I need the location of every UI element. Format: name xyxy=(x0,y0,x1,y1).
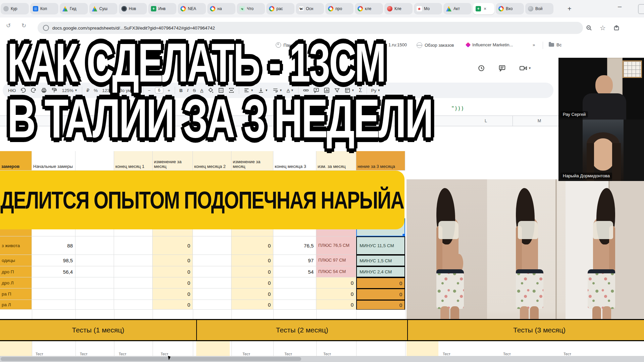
spreadsheet-cell[interactable]: 0 xyxy=(356,277,405,288)
spreadsheet-cell[interactable] xyxy=(114,300,153,310)
browser-tab-Что[interactable]: Что xyxy=(237,3,265,14)
header-cell[interactable]: замеров xyxy=(0,151,32,171)
spreadsheet-cell[interactable]: 98,5 xyxy=(32,255,75,266)
header-cell[interactable]: конец месяц 1 xyxy=(114,151,153,171)
close-tab-icon[interactable]: × xyxy=(484,6,486,11)
spreadsheet-cell[interactable]: 0 xyxy=(231,255,273,266)
spreadsheet-cell[interactable] xyxy=(193,255,231,266)
zoom-out-icon[interactable] xyxy=(586,25,592,31)
back-icon[interactable]: ↺ xyxy=(6,22,11,29)
spreadsheet-cell[interactable]: 0 xyxy=(231,266,273,277)
spreadsheet-cell[interactable] xyxy=(193,288,231,300)
spreadsheet-cell[interactable]: 0 xyxy=(231,300,273,310)
comments-icon[interactable] xyxy=(498,64,506,72)
browser-tab-Гид[interactable]: Гид xyxy=(60,3,88,14)
start-call-button[interactable]: ▼ xyxy=(519,64,531,72)
spreadsheet-cell[interactable] xyxy=(32,277,75,288)
spreadsheet-cell[interactable] xyxy=(32,288,75,300)
bookmark-ru1500[interactable]: 1.ru:1500 xyxy=(388,42,407,47)
spreadsheet-cell[interactable]: 0 xyxy=(153,266,193,277)
spreadsheet-cell[interactable]: 0 xyxy=(231,236,273,255)
spreadsheet-cell[interactable]: 0 xyxy=(153,255,193,266)
browser-tab-Мо[interactable]: Мо xyxy=(414,3,442,14)
spreadsheet-cell[interactable]: дро Л xyxy=(0,277,32,288)
spreadsheet-cell[interactable] xyxy=(32,300,75,310)
tests-header-cell[interactable]: Тесты (3 месяц) xyxy=(408,320,644,340)
spreadsheet-cell[interactable]: 97 xyxy=(273,255,316,266)
spreadsheet-cell[interactable]: ра П xyxy=(0,288,32,300)
header-cell[interactable]: изменение за месяц xyxy=(153,151,193,171)
header-cell[interactable]: нение за 3 месяца xyxy=(356,151,405,171)
bookmark-star-icon[interactable]: ☆ xyxy=(600,24,606,32)
spreadsheet-cell[interactable]: одицы xyxy=(0,255,32,266)
bookmark-folder-vs[interactable]: Вс xyxy=(549,42,561,47)
bookmark-influencer[interactable]: Influencer Marketin... xyxy=(466,42,513,47)
spreadsheet-cell[interactable]: ПЛЮС 97 СМ xyxy=(316,255,356,266)
new-tab-button[interactable]: + xyxy=(568,5,572,13)
spreadsheet-cell[interactable]: 0 xyxy=(316,288,356,300)
browser-tab-NEA[interactable]: NEA xyxy=(178,3,206,14)
spreadsheet-cell[interactable] xyxy=(75,236,114,255)
column-header-L[interactable]: L xyxy=(459,116,513,126)
spreadsheet-cell[interactable]: 0 xyxy=(153,300,193,310)
spreadsheet-cell[interactable]: 0 xyxy=(316,300,356,310)
extensions-puzzle-icon[interactable] xyxy=(613,25,620,31)
browser-tab-Нов[interactable]: Нов xyxy=(119,3,147,14)
cream-cell[interactable] xyxy=(407,341,438,356)
window-maximize-button[interactable] xyxy=(638,4,644,14)
browser-tab-кле[interactable]: кле xyxy=(355,3,383,14)
spreadsheet-cell[interactable] xyxy=(75,288,114,300)
spreadsheet-cell[interactable]: 0 xyxy=(153,288,193,300)
spreadsheet-cell[interactable] xyxy=(193,300,231,310)
header-cell[interactable]: конец месяца 2 xyxy=(193,151,231,171)
spreadsheet-cell[interactable] xyxy=(75,266,114,277)
browser-tab-про[interactable]: про xyxy=(325,3,354,14)
header-cell[interactable] xyxy=(75,151,114,171)
tests-header-cell[interactable]: Тесты (2 месяц) xyxy=(197,320,408,340)
spreadsheet-cell[interactable] xyxy=(114,277,153,288)
selection-fill-handle[interactable] xyxy=(402,233,405,236)
spreadsheet-cell[interactable] xyxy=(114,236,153,255)
cream-cell[interactable] xyxy=(0,341,32,356)
spreadsheet-cell[interactable]: 0 xyxy=(231,288,273,300)
spreadsheet-cell[interactable] xyxy=(193,277,231,288)
browser-tab-Кле[interactable]: Кле xyxy=(384,3,413,14)
browser-tab-Акт[interactable]: Акт xyxy=(443,3,472,14)
spreadsheet-cell[interactable]: МИНУС 11,5 СМ xyxy=(356,236,405,255)
spreadsheet-cell[interactable]: 0 xyxy=(356,288,405,300)
spreadsheet-cell[interactable]: 0 xyxy=(231,277,273,288)
spreadsheet-cell[interactable]: 76,5 xyxy=(273,236,316,255)
scrollbar-thumb[interactable] xyxy=(1,357,301,361)
spreadsheet-cell[interactable]: ПЛЮС 76,5 СМ xyxy=(316,236,356,255)
browser-tab-рас[interactable]: рас xyxy=(266,3,294,14)
site-info-icon[interactable] xyxy=(43,25,49,31)
browser-tab-active[interactable]: × xyxy=(473,3,494,14)
spreadsheet-cell[interactable] xyxy=(114,266,153,277)
bookmark-orders[interactable]: Обзор заказов xyxy=(417,42,454,48)
spreadsheet-cell[interactable]: ПЛЮС 54 СМ xyxy=(316,266,356,277)
spreadsheet-cell[interactable]: 88 xyxy=(32,236,75,255)
browser-tab-Вхо[interactable]: Вхо xyxy=(496,3,524,14)
spreadsheet-cell[interactable]: 0 xyxy=(153,236,193,255)
spreadsheet-cell[interactable]: 0 xyxy=(316,277,356,288)
reload-icon[interactable]: ↻ xyxy=(21,22,26,29)
version-history-icon[interactable] xyxy=(478,64,485,72)
spreadsheet-cell[interactable] xyxy=(193,236,231,255)
horizontal-scrollbar[interactable] xyxy=(0,356,644,362)
browser-tab-Кур[interactable]: Кур xyxy=(1,3,29,14)
spreadsheet-cell[interactable] xyxy=(114,255,153,266)
browser-tab-Суш[interactable]: Суш xyxy=(89,3,117,14)
spreadsheet-cell[interactable]: 54 xyxy=(273,266,316,277)
browser-tab-Инв[interactable]: Инв xyxy=(148,3,176,14)
spreadsheet-cell[interactable]: 0 xyxy=(153,277,193,288)
spreadsheet-cell[interactable] xyxy=(273,300,316,310)
header-cell[interactable]: конец месяца 3 xyxy=(273,151,316,171)
spreadsheet-cell[interactable] xyxy=(75,277,114,288)
cream-cell[interactable] xyxy=(196,341,230,356)
spreadsheet-cell[interactable]: з живота xyxy=(0,236,32,255)
browser-tab-Осн[interactable]: Осн xyxy=(296,3,324,14)
spreadsheet-cell[interactable]: МИНУС 1,5 СМ xyxy=(356,255,405,266)
browser-tab-Коп[interactable]: Коп xyxy=(30,3,58,14)
spreadsheet-cell[interactable] xyxy=(114,288,153,300)
header-cell[interactable]: изм. за месяц xyxy=(316,151,356,171)
